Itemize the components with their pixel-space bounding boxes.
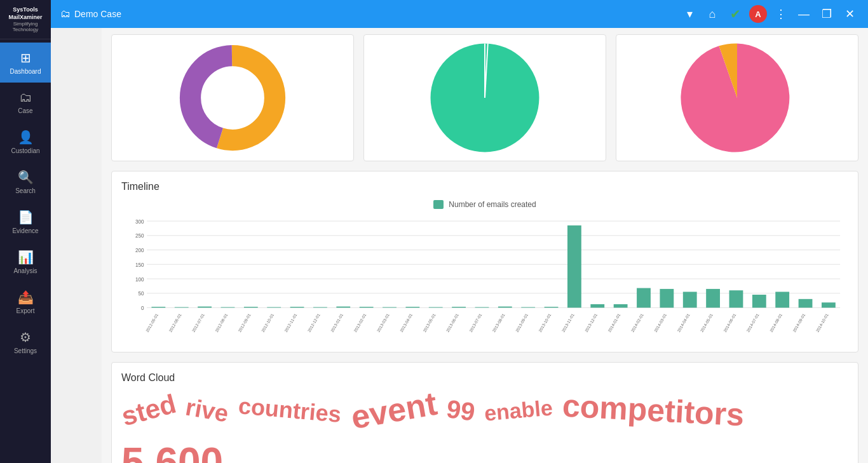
- svg-text:2013-11-01: 2013-11-01: [560, 312, 575, 333]
- svg-rect-30: [267, 307, 281, 308]
- timeline-chart: 0501001502002503002012-05-012012-06-0120…: [121, 215, 848, 342]
- evidence-icon: 📄: [18, 210, 34, 225]
- chart-legend: Number of emails created: [121, 200, 848, 209]
- case-icon-topbar: 🗂: [60, 8, 71, 20]
- sidebar-label-dashboard: Dashboard: [10, 68, 41, 75]
- svg-text:2014-07-01: 2014-07-01: [745, 312, 760, 333]
- svg-rect-62: [637, 288, 651, 308]
- sidebar-item-custodian[interactable]: 👤 Custodian: [0, 122, 51, 162]
- svg-text:2013-03-01: 2013-03-01: [376, 312, 391, 333]
- word-enable[interactable]: enable: [484, 395, 554, 426]
- svg-point-2: [203, 68, 263, 128]
- svg-text:2014-06-01: 2014-06-01: [722, 312, 737, 333]
- sidebar-label-export: Export: [17, 307, 35, 314]
- svg-text:2014-05-01: 2014-05-01: [700, 312, 714, 333]
- svg-text:2014-08-01: 2014-08-01: [769, 312, 783, 333]
- dashboard-icon: ⊞: [20, 50, 31, 65]
- restore-button[interactable]: ❐: [818, 5, 836, 23]
- pie-chart-2: [363, 34, 606, 161]
- word-99[interactable]: 99: [445, 394, 477, 427]
- svg-text:250: 250: [135, 233, 144, 239]
- sidebar-item-settings[interactable]: ⚙ Settings: [0, 322, 51, 362]
- case-name: Demo Case: [74, 9, 121, 19]
- svg-text:2012-12-01: 2012-12-01: [306, 312, 321, 333]
- pie-chart-3: [616, 34, 858, 161]
- svg-rect-64: [660, 289, 674, 308]
- sidebar-item-search[interactable]: 🔍 Search: [0, 162, 51, 202]
- svg-rect-44: [429, 307, 443, 308]
- svg-rect-68: [706, 289, 720, 308]
- svg-rect-46: [452, 307, 466, 307]
- word-5600[interactable]: 5,600: [121, 439, 223, 463]
- word-countries[interactable]: countries: [237, 393, 342, 428]
- word-sted[interactable]: sted: [118, 389, 179, 433]
- svg-text:2012-11-01: 2012-11-01: [283, 312, 298, 333]
- word-rive[interactable]: rive: [184, 393, 231, 427]
- svg-text:2013-02-01: 2013-02-01: [353, 312, 367, 333]
- sidebar-item-evidence[interactable]: 📄 Evidence: [0, 202, 51, 242]
- settings-icon: ⚙: [20, 330, 31, 345]
- svg-rect-48: [475, 307, 489, 308]
- svg-text:100: 100: [135, 277, 144, 283]
- sidebar-label-case: Case: [18, 107, 32, 114]
- svg-text:50: 50: [139, 291, 145, 297]
- sidebar-item-case[interactable]: 🗂 Case: [0, 83, 51, 122]
- topbar: 🗂 Demo Case ▾ ⌂ ✔ A ⋮ — ❐ ✕: [51, 0, 868, 28]
- more-button[interactable]: ⋮: [772, 5, 790, 23]
- sidebar-item-export[interactable]: 📤 Export: [0, 282, 51, 322]
- sidebar-item-dashboard[interactable]: ⊞ Dashboard: [0, 43, 51, 83]
- svg-text:200: 200: [135, 248, 144, 253]
- svg-rect-60: [614, 304, 628, 307]
- svg-text:2012-07-01: 2012-07-01: [191, 312, 206, 333]
- sidebar-label-analysis: Analysis: [13, 267, 37, 274]
- timeline-title: Timeline: [121, 181, 848, 192]
- content-area: Timeline Number of emails created 050100…: [102, 28, 868, 463]
- brand-sub: Simplifying Technology: [3, 21, 48, 32]
- close-button[interactable]: ✕: [841, 5, 858, 23]
- svg-rect-34: [313, 307, 327, 308]
- svg-rect-56: [567, 225, 581, 308]
- svg-text:2013-07-01: 2013-07-01: [468, 312, 483, 333]
- word-competitors[interactable]: competitors: [562, 387, 745, 434]
- svg-text:2012-05-01: 2012-05-01: [145, 312, 159, 333]
- avatar[interactable]: A: [749, 5, 767, 23]
- svg-rect-74: [775, 292, 789, 307]
- sidebar-brand: SysTools MailXaminer Simplifying Technol…: [0, 0, 51, 39]
- svg-text:2013-12-01: 2013-12-01: [584, 312, 599, 333]
- sidebar-label-settings: Settings: [14, 347, 37, 354]
- custodian-icon: 👤: [18, 130, 34, 145]
- legend-color-box: [433, 200, 444, 209]
- brand-title: SysTools MailXaminer: [3, 6, 48, 21]
- search-icon: 🔍: [18, 170, 34, 185]
- sidebar-item-analysis[interactable]: 📊 Analysis: [0, 242, 51, 282]
- svg-rect-22: [175, 307, 189, 308]
- dropdown-button[interactable]: ▾: [681, 5, 698, 23]
- svg-text:2013-10-01: 2013-10-01: [538, 312, 552, 333]
- svg-text:2014-02-01: 2014-02-01: [630, 312, 645, 333]
- svg-rect-40: [383, 307, 397, 308]
- svg-text:2014-01-01: 2014-01-01: [607, 312, 621, 333]
- svg-text:2014-03-01: 2014-03-01: [653, 312, 668, 333]
- svg-text:2013-08-01: 2013-08-01: [491, 312, 506, 333]
- svg-rect-54: [545, 307, 559, 307]
- sidebar-label-evidence: Evidence: [12, 227, 38, 234]
- svg-text:2014-09-01: 2014-09-01: [792, 312, 806, 333]
- export-icon: 📤: [18, 290, 34, 305]
- minimize-button[interactable]: —: [795, 5, 813, 23]
- case-icon: 🗂: [19, 90, 32, 105]
- word-event[interactable]: event: [348, 384, 440, 437]
- sidebar-label-search: Search: [15, 187, 36, 194]
- svg-text:2014-04-01: 2014-04-01: [676, 312, 691, 333]
- svg-text:2013-04-01: 2013-04-01: [399, 312, 414, 333]
- svg-text:2013-05-01: 2013-05-01: [422, 312, 437, 333]
- sidebar-label-custodian: Custodian: [11, 147, 39, 154]
- svg-rect-66: [683, 292, 697, 307]
- svg-rect-78: [822, 302, 836, 307]
- home-button[interactable]: ⌂: [703, 5, 721, 23]
- svg-rect-26: [221, 307, 235, 308]
- check-button[interactable]: ✔: [726, 5, 744, 23]
- bar-chart-container: 0501001502002503002012-05-012012-06-0120…: [121, 215, 848, 342]
- timeline-section: Timeline Number of emails created 050100…: [111, 171, 858, 352]
- svg-rect-72: [752, 295, 766, 307]
- svg-rect-36: [336, 307, 350, 308]
